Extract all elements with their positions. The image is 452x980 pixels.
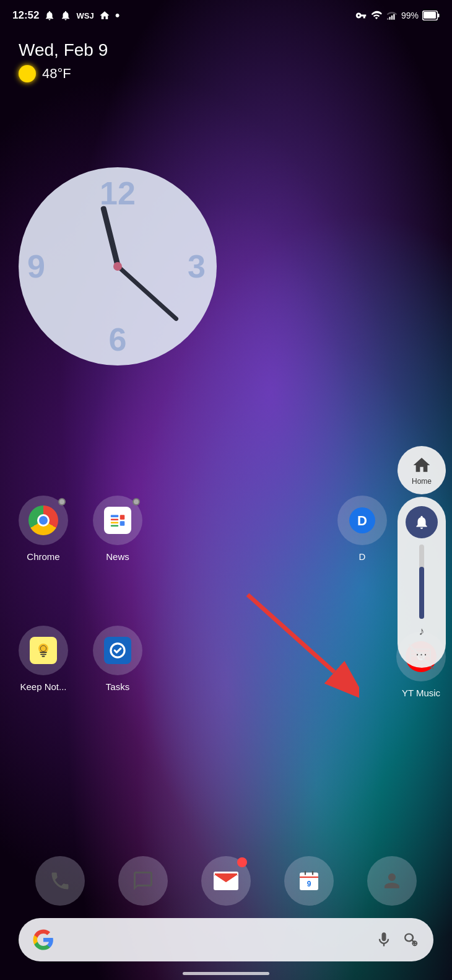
tasks-icon xyxy=(104,637,131,664)
tasks-label: Tasks xyxy=(106,681,129,692)
svg-rect-10 xyxy=(111,522,119,524)
home-control-label: Home xyxy=(412,477,432,486)
date-display: Wed, Feb 9 xyxy=(19,40,108,60)
chrome-label: Chrome xyxy=(27,551,59,562)
clock-number-3: 3 xyxy=(188,248,206,285)
clock-face: 12 3 6 9 xyxy=(19,167,217,365)
clock-widget[interactable]: 12 3 6 9 xyxy=(19,167,217,365)
temperature-display: 48°F xyxy=(42,66,71,82)
d-icon-circle: D xyxy=(337,496,387,545)
gmail-dock-icon[interactable] xyxy=(201,856,251,906)
dot-icon: • xyxy=(115,7,120,24)
alarm-icon xyxy=(44,10,55,21)
chrome-icon-circle xyxy=(19,496,68,545)
more-options-icon[interactable]: ... xyxy=(415,644,428,658)
app-row-2: Keep Not... Tasks xyxy=(19,626,142,692)
wifi-icon xyxy=(370,10,383,21)
phone-icon xyxy=(49,870,71,892)
lens-search-icon[interactable] xyxy=(402,931,420,948)
news-app[interactable]: News xyxy=(93,496,142,562)
d-label: D xyxy=(359,551,366,562)
clock-hour-hand xyxy=(100,206,120,267)
svg-rect-5 xyxy=(424,12,436,19)
date-weather-widget: Wed, Feb 9 48°F xyxy=(19,40,108,82)
svg-text:9: 9 xyxy=(307,880,311,888)
bell-icon xyxy=(414,514,430,530)
keep-icon-circle xyxy=(19,626,68,675)
chrome-app[interactable]: Chrome xyxy=(19,496,68,562)
key-icon xyxy=(355,10,367,21)
volume-panel: ♪ ... xyxy=(398,497,446,668)
news-notification-dot xyxy=(133,498,140,505)
messages-dock-icon[interactable] xyxy=(118,856,168,906)
home-status-icon xyxy=(99,10,110,21)
ytmusic-label: YT Music xyxy=(402,688,440,698)
d-icon: D xyxy=(349,507,376,534)
bell-button[interactable] xyxy=(406,506,438,538)
app-dock: 9 xyxy=(19,856,433,906)
status-time: 12:52 xyxy=(12,9,39,22)
news-label: News xyxy=(106,551,129,562)
battery-percent: 99% xyxy=(401,11,419,20)
tasks-icon-circle xyxy=(93,626,142,675)
d-app[interactable]: D D xyxy=(337,496,387,562)
battery-icon xyxy=(422,11,440,20)
music-note-icon: ♪ xyxy=(419,625,425,638)
home-control-icon xyxy=(412,455,432,475)
status-left: 12:52 WSJ • xyxy=(12,7,120,24)
sun-icon xyxy=(19,65,36,82)
app-row-1: Chrome News xyxy=(19,496,142,562)
contacts-icon xyxy=(381,870,403,892)
calendar-dock-icon[interactable]: 9 xyxy=(284,856,334,906)
clock-minute-hand xyxy=(116,265,179,322)
gmail-icon xyxy=(214,872,238,890)
keep-icon xyxy=(30,637,57,664)
nav-bar-indicator xyxy=(183,972,269,975)
tasks-app[interactable]: Tasks xyxy=(93,626,142,692)
calendar-icon: 9 xyxy=(298,870,320,892)
svg-rect-1 xyxy=(391,15,393,20)
clock-number-6: 6 xyxy=(109,321,127,358)
keep-app[interactable]: Keep Not... xyxy=(19,626,68,692)
svg-rect-11 xyxy=(111,525,119,527)
wallpaper xyxy=(0,0,452,980)
svg-rect-3 xyxy=(387,19,388,20)
gmail-badge xyxy=(237,857,247,867)
messages-icon xyxy=(132,870,154,892)
chrome-notification-dot xyxy=(58,498,66,505)
news-icon xyxy=(104,507,131,534)
clock-center-dot xyxy=(113,262,122,271)
home-control-button[interactable]: Home xyxy=(398,446,446,494)
alarm2-icon xyxy=(60,10,71,21)
svg-point-18 xyxy=(40,645,46,652)
chrome-icon-inner xyxy=(37,514,50,527)
svg-rect-13 xyxy=(120,521,125,526)
volume-slider[interactable] xyxy=(419,545,424,619)
svg-rect-12 xyxy=(120,515,125,520)
voice-search-icon[interactable] xyxy=(375,931,393,948)
svg-rect-8 xyxy=(111,515,119,517)
google-logo xyxy=(32,929,54,951)
weather-row: 48°F xyxy=(19,65,108,82)
home-controls-panel: Home ♪ ... xyxy=(398,446,446,668)
news-icon-circle xyxy=(93,496,142,545)
keep-label: Keep Not... xyxy=(20,681,66,692)
svg-rect-6 xyxy=(438,14,440,17)
volume-slider-fill xyxy=(419,567,424,619)
svg-rect-0 xyxy=(393,14,394,20)
svg-text:D: D xyxy=(357,513,367,528)
svg-rect-9 xyxy=(111,519,119,521)
phone-dock-icon[interactable] xyxy=(35,856,85,906)
contacts-dock-icon[interactable] xyxy=(367,856,417,906)
wsj-icon: WSJ xyxy=(76,11,93,20)
svg-rect-2 xyxy=(389,17,390,20)
chrome-icon xyxy=(28,505,58,535)
status-bar: 12:52 WSJ • 99% xyxy=(0,0,452,31)
clock-number-9: 9 xyxy=(27,248,45,285)
status-right: 99% xyxy=(355,10,440,21)
signal-icon xyxy=(386,10,398,21)
google-search-bar[interactable] xyxy=(19,918,433,961)
